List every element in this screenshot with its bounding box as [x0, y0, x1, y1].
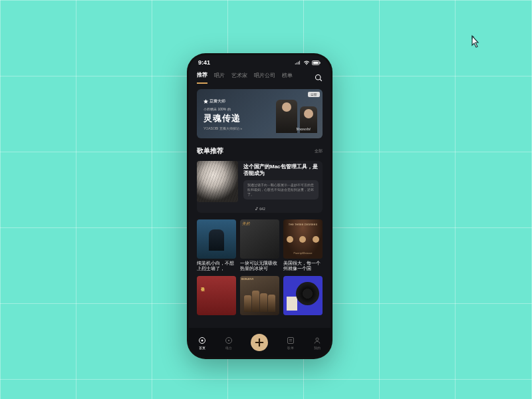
- nav-label: 我的: [314, 346, 321, 350]
- grid-line: [152, 0, 152, 399]
- nav-home[interactable]: 首页: [198, 336, 207, 350]
- status-time: 9:41: [198, 59, 210, 66]
- hero-figure: [276, 100, 297, 133]
- svg-rect-9: [287, 337, 293, 343]
- cover-text: Poverty&Distance: [283, 252, 323, 255]
- playlist-title: 纯装机小白，不想上烈士墙了，: [197, 261, 236, 272]
- hero-badge-text: 豆瓣大师: [209, 98, 225, 104]
- phone-frame: 9:41 推荐 唱片 艺术家 唱片公司 榜单 豆瓣大师 小: [187, 53, 332, 359]
- tab-charts[interactable]: 榜单: [282, 72, 293, 83]
- nav-add-button[interactable]: [251, 334, 268, 351]
- grid-line: [0, 0, 1, 399]
- playlist-cover: 在乎边: [197, 276, 236, 315]
- svg-point-3: [316, 74, 321, 80]
- hero-banner[interactable]: 豆瓣大师 小而精未 100% 的 灵魂传递 YOASOBI 豆瓣大师探访 » Y…: [197, 89, 323, 138]
- notes-icon: [286, 336, 295, 345]
- grid-line: [455, 0, 456, 399]
- pointer-cursor-icon: [468, 35, 481, 51]
- playcount-value: 642: [259, 207, 265, 211]
- playlist-card[interactable]: 美的 一块可以无限吸收热量的冰块可: [240, 219, 279, 272]
- playlist-title: 一块可以无限吸收热量的冰块可: [240, 261, 279, 272]
- playlist-card[interactable]: BONJOVI: [240, 276, 279, 315]
- nav-label: 首页: [199, 346, 205, 350]
- cover-text: THE THREE DEGREES: [283, 223, 323, 226]
- playlist-cover: 美的: [240, 219, 279, 259]
- hero-signature: Yoasobi: [296, 126, 311, 132]
- nav-radio[interactable]: 电台: [224, 336, 233, 350]
- nav-profile[interactable]: 我的: [313, 336, 322, 350]
- bottom-nav: 首页 电台 歌单 我的: [189, 328, 331, 357]
- section-header: 歌单推荐 全部: [197, 146, 323, 156]
- tab-albums[interactable]: 唱片: [214, 72, 225, 83]
- nav-label: 电台: [225, 346, 232, 350]
- playlist-card[interactable]: 在乎边: [197, 276, 236, 315]
- playlist-title: 美国很大，每一个州就像一个国: [283, 261, 323, 272]
- nav-playlists[interactable]: 歌单: [286, 336, 295, 350]
- cover-text: BONJOVI: [241, 277, 253, 281]
- scroll-content[interactable]: 豆瓣大师 小而精未 100% 的 灵魂传递 YOASOBI 豆瓣大师探访 » Y…: [189, 84, 331, 339]
- cover-text: 美的: [242, 221, 250, 226]
- cover-art: [283, 236, 323, 243]
- see-all-link[interactable]: 全部: [315, 148, 323, 154]
- music-note-icon: [254, 207, 258, 211]
- status-bar: 9:41: [189, 55, 331, 67]
- svg-point-6: [201, 339, 203, 341]
- section-title: 歌单推荐: [197, 146, 223, 156]
- playlist-cover: BONJOVI: [240, 276, 279, 315]
- playlist-grid-row-1: 纯装机小白，不想上烈士墙了， 美的 一块可以无限吸收热量的冰块可 THE THR…: [197, 219, 323, 272]
- category-tabs: 推荐 唱片 艺术家 唱片公司 榜单: [189, 67, 331, 84]
- tab-labels[interactable]: 唱片公司: [254, 72, 275, 83]
- star-icon: [203, 99, 208, 104]
- plus-icon: [255, 338, 264, 347]
- tab-recommend[interactable]: 推荐: [197, 71, 207, 84]
- playlist-cover: [283, 276, 323, 315]
- wifi-icon: [303, 61, 310, 65]
- playlist-grid-row-2: 在乎边 BONJOVI: [197, 276, 323, 315]
- tab-artists[interactable]: 艺术家: [231, 72, 247, 83]
- featured-playcount: 642: [254, 207, 265, 211]
- featured-title: 这个国产的Mac包管理工具，是否能成为: [243, 164, 319, 178]
- grid-line: [0, 0, 532, 1]
- featured-description: 我通过镜子向一颗心脏展示一盘妙不可言的意欲和着妈，心脏也不知这会意欲到这里，还坏…: [243, 180, 319, 200]
- playlist-card[interactable]: THE THREE DEGREES Poverty&Distance 美国很大，…: [283, 219, 323, 272]
- disc-icon: [224, 336, 233, 345]
- hero-badge: 豆瓣大师: [203, 98, 225, 104]
- svg-point-12: [316, 338, 319, 340]
- svg-point-8: [228, 339, 229, 340]
- search-icon[interactable]: [315, 74, 323, 82]
- signal-icon: [295, 61, 301, 65]
- user-icon: [313, 336, 322, 345]
- hero-tag: 日听: [308, 92, 320, 97]
- battery-icon: [312, 61, 321, 65]
- playlist-card[interactable]: 纯装机小白，不想上烈士墙了，: [197, 219, 236, 272]
- featured-cover: [197, 161, 238, 202]
- status-icons: [295, 61, 321, 65]
- nav-label: 歌单: [287, 346, 294, 350]
- grid-line: [76, 0, 76, 399]
- svg-line-4: [320, 79, 322, 81]
- svg-rect-1: [313, 61, 319, 64]
- grid-line: [0, 379, 532, 380]
- app-screen: 9:41 推荐 唱片 艺术家 唱片公司 榜单 豆瓣大师 小: [189, 55, 331, 357]
- playlist-cover: [197, 219, 236, 259]
- svg-rect-2: [319, 62, 320, 64]
- featured-body: 这个国产的Mac包管理工具，是否能成为 我通过镜子向一颗心脏展示一盘妙不可言的意…: [243, 161, 323, 213]
- grid-line: [379, 0, 380, 399]
- playlist-cover: THE THREE DEGREES Poverty&Distance: [283, 219, 323, 259]
- playlist-card[interactable]: [283, 276, 323, 315]
- featured-playlist[interactable]: 这个国产的Mac包管理工具，是否能成为 我通过镜子向一颗心脏展示一盘妙不可言的意…: [197, 161, 323, 213]
- home-icon: [198, 336, 207, 345]
